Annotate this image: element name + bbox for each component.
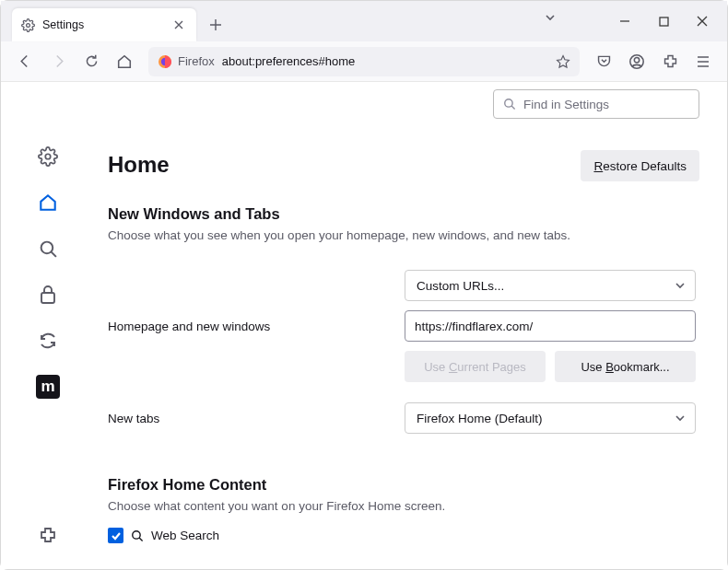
settings-content: Find in Settings Home Restore Defaults N…: [95, 82, 727, 569]
svg-point-7: [41, 241, 53, 253]
sidebar-search[interactable]: [30, 231, 65, 266]
newtabs-select[interactable]: Firefox Home (Default): [405, 402, 696, 434]
url-text: about:preferences#home: [222, 54, 356, 68]
firefox-identity: Firefox: [158, 54, 215, 69]
firefox-icon: [158, 54, 172, 69]
chevron-down-icon: [675, 413, 686, 424]
sidebar-privacy[interactable]: [30, 277, 65, 312]
tab-title: Settings: [42, 18, 163, 31]
home-button[interactable]: [110, 47, 139, 76]
homepage-label: Homepage and new windows: [108, 320, 405, 333]
section-home-content-title: Firefox Home Content: [108, 476, 699, 494]
gear-icon: [21, 18, 35, 32]
forward-button[interactable]: [43, 47, 73, 76]
chevron-down-icon: [675, 280, 686, 291]
svg-rect-8: [41, 293, 54, 303]
tab-bar: Settings: [1, 1, 727, 41]
search-icon: [503, 98, 516, 111]
browser-tab[interactable]: Settings: [12, 8, 196, 41]
find-settings-input[interactable]: Find in Settings: [493, 89, 699, 119]
section-home-content-desc: Choose what content you want on your Fir…: [108, 499, 699, 513]
sidebar-extensions[interactable]: [30, 518, 65, 553]
back-button[interactable]: [10, 47, 40, 76]
url-bar[interactable]: Firefox about:preferences#home: [148, 47, 580, 76]
pocket-button[interactable]: [589, 47, 618, 76]
homepage-url-input[interactable]: [405, 310, 696, 342]
use-bookmark-button[interactable]: Use Bookmark...: [555, 351, 696, 382]
url-scheme: Firefox: [178, 54, 215, 68]
restore-defaults-button[interactable]: Restore Defaults: [581, 150, 699, 181]
svg-point-9: [505, 99, 512, 107]
newtabs-label: New tabs: [108, 412, 405, 425]
sidebar-sync[interactable]: [30, 323, 65, 358]
bookmark-star-icon[interactable]: [556, 54, 570, 69]
svg-point-6: [45, 154, 51, 159]
tab-dropdown-icon[interactable]: [545, 12, 556, 23]
app-menu-button[interactable]: [688, 47, 718, 76]
homepage-mode-select[interactable]: Custom URLs...: [405, 270, 696, 301]
window-controls: [605, 1, 722, 41]
settings-sidebar: m: [1, 82, 95, 569]
svg-point-0: [27, 23, 30, 27]
section-new-windows-title: New Windows and Tabs: [108, 205, 699, 223]
toolbar: Firefox about:preferences#home: [1, 41, 727, 82]
websearch-checkbox[interactable]: [108, 528, 123, 543]
maximize-button[interactable]: [644, 6, 683, 36]
svg-point-5: [634, 57, 639, 62]
account-button[interactable]: [622, 47, 652, 76]
minimize-button[interactable]: [605, 6, 644, 36]
close-button[interactable]: [683, 6, 722, 36]
svg-point-10: [133, 530, 140, 538]
use-current-pages-button[interactable]: Use Current Pages: [405, 351, 546, 382]
svg-rect-1: [660, 17, 668, 26]
sidebar-general[interactable]: [30, 139, 65, 174]
sidebar-home[interactable]: [30, 185, 65, 220]
section-new-windows-desc: Choose what you see when you open your h…: [108, 228, 699, 242]
websearch-label: Web Search: [151, 529, 219, 542]
close-icon[interactable]: [170, 17, 187, 33]
sidebar-more[interactable]: m: [30, 369, 65, 404]
new-tab-button[interactable]: [202, 11, 229, 39]
extensions-button[interactable]: [655, 47, 685, 76]
search-icon: [131, 529, 144, 542]
reload-button[interactable]: [76, 47, 106, 76]
